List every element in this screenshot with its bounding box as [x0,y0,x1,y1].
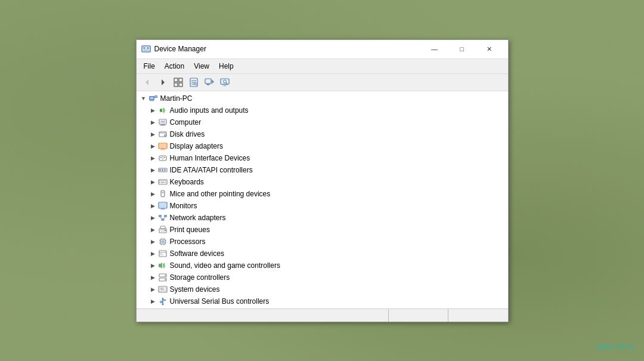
watermark: UGETFIX [597,343,634,351]
software-label: Software devices [170,249,224,258]
tree-item-storage[interactable]: ▶ Storage controllers [137,271,508,283]
forward-button[interactable] [156,76,170,89]
menu-help[interactable]: Help [214,60,239,72]
network-expand[interactable]: ▶ [148,213,158,223]
svg-rect-86 [160,254,163,255]
tree-item-ide[interactable]: ▶ IDE ATA/ATAPI controllers [137,164,508,176]
processor-icon [158,237,168,246]
display-label: Display adapters [170,142,223,150]
svg-rect-22 [224,85,226,87]
minimize-button[interactable]: — [421,43,448,55]
root-icon [148,94,158,103]
display-expand[interactable]: ▶ [148,141,158,151]
menu-action[interactable]: Action [160,60,189,72]
scan-button[interactable] [218,76,232,89]
computer-expand[interactable]: ▶ [148,118,158,127]
svg-marker-98 [162,298,164,300]
svg-rect-71 [160,230,165,232]
monitors-expand[interactable]: ▶ [148,201,158,211]
tree-item-system[interactable]: ▶ System devices [137,283,508,295]
tree-item-monitors[interactable]: ▶ Monitors [137,200,508,212]
status-panel-tertiary [448,309,508,322]
root-expand-arrow[interactable]: ▼ [139,94,148,103]
overview-button[interactable] [171,76,185,89]
tree-item-usb[interactable]: ▶ Universal Serial Bus controllers [137,295,508,307]
menu-view[interactable]: View [189,60,214,72]
svg-rect-47 [159,169,161,171]
svg-rect-62 [161,208,165,209]
audio-expand[interactable]: ▶ [148,106,158,115]
mice-expand[interactable]: ▶ [148,189,158,199]
svg-rect-52 [161,180,162,181]
tree-item-sound[interactable]: ▶ Sound, video and game controllers [137,260,508,271]
tree-item-keyboards[interactable]: ▶ Keyboards [137,176,508,188]
menu-file[interactable]: File [139,60,160,72]
watermark-suffix: FIX [621,343,634,351]
window-icon [141,44,151,54]
tree-root[interactable]: ▼ Martin-PC [137,92,508,104]
properties-button[interactable]: ✓ [187,76,201,89]
processors-label: Processors [170,237,206,246]
content-area[interactable]: ▼ Martin-PC ▶ [137,91,508,308]
svg-point-91 [165,279,166,280]
keyboards-expand[interactable]: ▶ [148,177,158,187]
svg-point-37 [164,134,166,136]
menu-bar: File Action View Help [137,59,508,74]
svg-rect-94 [159,291,166,292]
svg-point-45 [164,157,165,158]
svg-point-44 [160,157,162,158]
processors-expand[interactable]: ▶ [148,237,158,246]
monitors-label: Monitors [170,202,197,210]
back-button[interactable] [140,76,154,89]
disk-expand[interactable]: ▶ [148,129,158,139]
system-icon [158,285,168,294]
tree-item-hid[interactable]: ▶ Human Interface Devices [137,152,508,164]
tree-item-processors[interactable]: ▶ Processors [137,236,508,248]
close-button[interactable]: ✕ [476,43,503,55]
storage-expand[interactable]: ▶ [148,273,158,282]
system-expand[interactable]: ▶ [148,285,158,294]
software-expand[interactable]: ▶ [148,249,158,258]
tree-item-print[interactable]: ▶ Print queues [137,224,508,236]
status-panel-main [137,309,389,322]
svg-rect-63 [160,209,165,209]
svg-rect-48 [162,169,163,171]
svg-rect-51 [159,180,160,181]
svg-rect-74 [161,240,164,243]
svg-rect-29 [155,96,157,97]
svg-text:✓: ✓ [194,83,196,86]
print-expand[interactable]: ▶ [148,225,158,235]
svg-rect-3 [143,50,149,51]
tree-item-audio[interactable]: ▶ Audio inputs and outputs [137,104,508,116]
svg-rect-9 [179,83,182,87]
audio-icon [158,106,168,115]
update-button[interactable] [202,76,216,89]
hid-icon [158,153,168,163]
svg-point-23 [223,80,226,83]
svg-rect-17 [206,84,210,85]
tree-item-network[interactable]: ▶ Network adapters [137,212,508,224]
tree-item-software[interactable]: ▶ Software devices [137,248,508,260]
usb-label: Universal Serial Bus controllers [170,297,270,306]
tree-item-mice[interactable]: ▶ Mice and other pointing devices [137,188,508,200]
svg-rect-64 [159,215,162,217]
sound-expand[interactable]: ▶ [148,261,158,270]
svg-rect-34 [160,125,166,125]
system-label: System devices [170,285,220,294]
tree-item-computer[interactable]: ▶ Computer [137,116,508,128]
audio-label: Audio inputs and outputs [170,106,249,115]
monitor-icon [158,201,168,211]
status-panel-secondary [389,309,448,322]
tree-item-disk[interactable]: ▶ Disk drives [137,128,508,140]
svg-rect-26 [150,97,153,99]
svg-rect-55 [159,182,160,183]
print-icon [158,225,168,235]
svg-rect-56 [161,182,164,183]
ide-expand[interactable]: ▶ [148,165,158,175]
tree-item-display[interactable]: ▶ Display adapters [137,140,508,152]
hid-expand[interactable]: ▶ [148,153,158,163]
window-title: Device Manager [154,45,206,53]
maximize-button[interactable]: □ [448,43,476,55]
usb-expand[interactable]: ▶ [148,297,158,306]
svg-rect-8 [174,83,178,87]
